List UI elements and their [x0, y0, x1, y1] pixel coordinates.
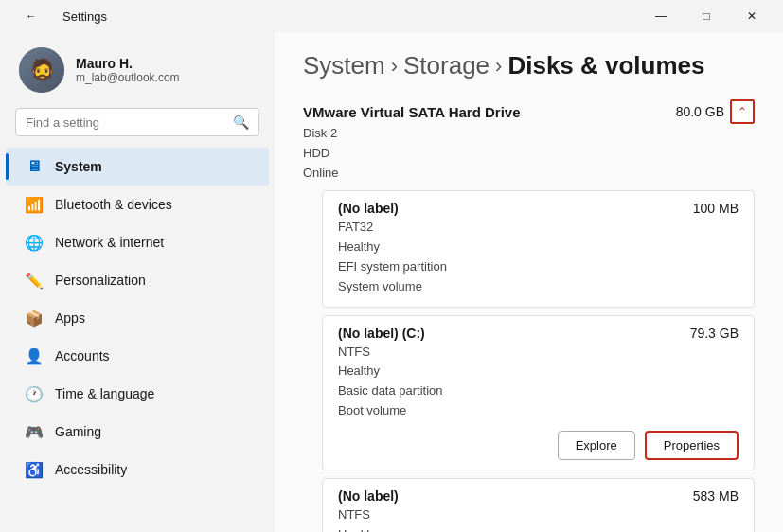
sidebar-item-network[interactable]: 🌐 Network & internet — [6, 223, 269, 261]
content-area: System › Storage › Disks & volumes VMwar… — [275, 32, 783, 532]
sidebar-item-accounts[interactable]: 👤 Accounts — [6, 337, 269, 375]
search-box[interactable]: 🔍 — [15, 108, 259, 136]
volume-3-health: Healthy — [338, 525, 739, 532]
sidebar-item-apps[interactable]: 📦 Apps — [6, 299, 269, 337]
system-icon: 🖥 — [25, 157, 44, 176]
volume-1-name: (No label) — [338, 201, 399, 216]
sidebar-item-bluetooth-label: Bluetooth & devices — [55, 197, 172, 212]
disk-meta: Disk 2 HDD Online — [303, 124, 755, 183]
search-icon: 🔍 — [233, 115, 249, 130]
sidebar-item-system-label: System — [55, 159, 102, 174]
search-input[interactable] — [26, 115, 225, 130]
sidebar-item-time-label: Time & language — [55, 386, 154, 401]
accounts-icon: 👤 — [25, 346, 44, 365]
breadcrumb-current: Disks & volumes — [507, 51, 704, 80]
sidebar-item-personalization-label: Personalization — [55, 273, 146, 288]
volume-1-fs: FAT32 — [338, 218, 739, 238]
collapse-button[interactable]: ⌃ — [730, 99, 755, 124]
sidebar-item-accessibility[interactable]: ♿ Accessibility — [6, 451, 269, 488]
volume-2-actions: Explore Properties — [338, 431, 739, 460]
avatar-inner: 🧔 — [19, 47, 64, 93]
volume-2-type: Boot volume — [338, 401, 739, 421]
volume-1-detail: FAT32 Healthy EFI system partition Syste… — [338, 218, 739, 296]
gaming-icon: 🎮 — [25, 422, 44, 441]
volume-1-header: (No label) 100 MB — [338, 201, 739, 218]
user-name: Mauro H. — [76, 56, 180, 71]
sidebar-item-bluetooth[interactable]: 📶 Bluetooth & devices — [6, 186, 269, 223]
back-button[interactable]: ← — [9, 2, 53, 30]
avatar-icon: 🧔 — [29, 58, 55, 82]
disk-section: VMware Virtual SATA Hard Drive 80.0 GB ⌃… — [303, 99, 755, 532]
volume-1-health: Healthy — [338, 238, 739, 257]
volume-1-size: 100 MB — [693, 201, 739, 216]
disk-name: VMware Virtual SATA Hard Drive — [303, 104, 521, 120]
user-email: m_lab@outlook.com — [76, 71, 180, 84]
minimize-button[interactable]: — — [639, 2, 683, 30]
window-controls: — □ ✕ — [639, 2, 774, 30]
breadcrumb-sep-2: › — [495, 54, 502, 79]
volume-2-detail: NTFS Healthy Basic data partition Boot v… — [338, 343, 739, 421]
app-title: Settings — [62, 9, 107, 24]
sidebar-item-accounts-label: Accounts — [55, 348, 110, 364]
properties-button[interactable]: Properties — [645, 431, 739, 460]
volume-3-detail: NTFS Healthy Microsoft recovery partitio… — [338, 505, 739, 532]
volume-2-health: Healthy — [338, 362, 739, 381]
titlebar: ← Settings — □ ✕ — [0, 0, 783, 32]
breadcrumb-sep-1: › — [391, 54, 398, 79]
titlebar-left: ← Settings — [9, 2, 107, 30]
disk-label1: Disk 2 — [303, 124, 755, 144]
breadcrumb-system[interactable]: System — [303, 51, 385, 80]
volume-item-2: (No label) (C:) 79.3 GB NTFS Healthy Bas… — [322, 315, 755, 470]
volume-2-name: (No label) (C:) — [338, 326, 425, 341]
volume-3-header: (No label) 583 MB — [338, 488, 739, 505]
breadcrumb: System › Storage › Disks & volumes — [303, 51, 755, 80]
volume-item-3: (No label) 583 MB NTFS Healthy Microsoft… — [322, 478, 755, 532]
time-icon: 🕐 — [25, 384, 44, 403]
sidebar-item-time[interactable]: 🕐 Time & language — [6, 375, 269, 413]
apps-icon: 📦 — [25, 309, 44, 328]
bluetooth-icon: 📶 — [25, 195, 44, 214]
user-info: Mauro H. m_lab@outlook.com — [76, 56, 180, 84]
network-icon: 🌐 — [25, 233, 44, 252]
disk-label3: Online — [303, 164, 755, 184]
volume-3-size: 583 MB — [693, 488, 739, 504]
close-button[interactable]: ✕ — [730, 2, 774, 30]
maximize-button[interactable]: □ — [685, 2, 728, 30]
disk-label2: HDD — [303, 144, 755, 164]
sidebar-item-network-label: Network & internet — [55, 235, 164, 250]
volume-1-type: System volume — [338, 277, 739, 297]
user-profile[interactable]: 🧔 Mauro H. m_lab@outlook.com — [0, 32, 275, 108]
sidebar-item-personalization[interactable]: ✏️ Personalization — [6, 261, 269, 299]
sidebar-item-apps-label: Apps — [55, 310, 85, 326]
volume-2-header: (No label) (C:) 79.3 GB — [338, 326, 739, 343]
volume-3-fs: NTFS — [338, 505, 739, 525]
app-container: 🧔 Mauro H. m_lab@outlook.com 🔍 🖥 System … — [0, 32, 783, 532]
sidebar-item-accessibility-label: Accessibility — [55, 462, 127, 477]
personalization-icon: ✏️ — [25, 271, 44, 290]
sidebar-item-gaming[interactable]: 🎮 Gaming — [6, 413, 269, 451]
accessibility-icon: ♿ — [25, 460, 44, 479]
volume-item-1: (No label) 100 MB FAT32 Healthy EFI syst… — [322, 190, 755, 307]
disk-title-row: VMware Virtual SATA Hard Drive 80.0 GB ⌃ — [303, 99, 755, 124]
volume-3-name: (No label) — [338, 488, 399, 504]
volume-1-partition: EFI system partition — [338, 257, 739, 277]
disk-size-label: 80.0 GB — [676, 104, 724, 119]
sidebar-item-system[interactable]: 🖥 System — [6, 148, 269, 186]
breadcrumb-storage[interactable]: Storage — [403, 51, 489, 80]
explore-button[interactable]: Explore — [558, 431, 635, 460]
volume-2-size: 79.3 GB — [690, 326, 739, 341]
nav-list: 🖥 System 📶 Bluetooth & devices 🌐 Network… — [0, 144, 275, 492]
volume-2-fs: NTFS — [338, 343, 739, 363]
sidebar-item-gaming-label: Gaming — [55, 424, 101, 439]
sidebar: 🧔 Mauro H. m_lab@outlook.com 🔍 🖥 System … — [0, 32, 275, 532]
volume-2-partition: Basic data partition — [338, 381, 739, 401]
avatar: 🧔 — [19, 47, 64, 93]
disk-size-area: 80.0 GB ⌃ — [676, 99, 755, 124]
